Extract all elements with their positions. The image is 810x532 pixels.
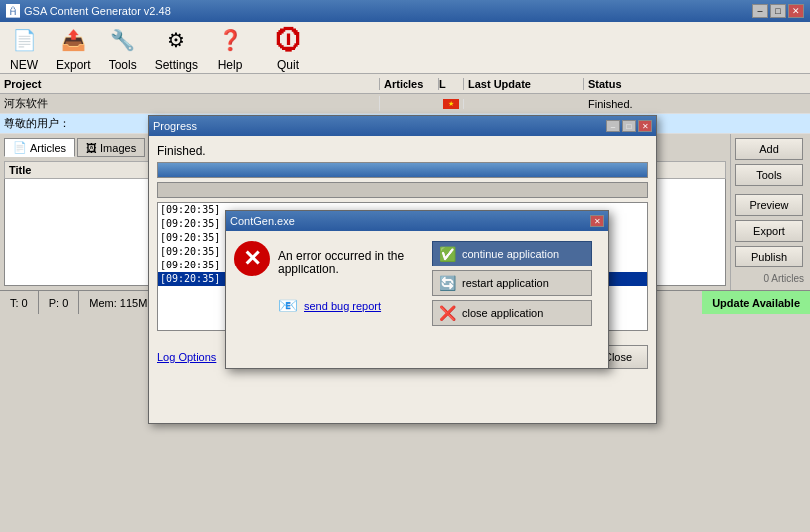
close-app-icon: ❌ <box>439 305 456 321</box>
progress-minimize-button[interactable]: – <box>606 120 620 132</box>
progress-dialog-controls: – □ ✕ <box>606 120 652 132</box>
error-icon: ✕ <box>234 241 270 276</box>
dialog-overlay: Progress – □ ✕ Finished. [09:20:35] ... … <box>0 0 810 532</box>
continue-icon: ✅ <box>439 246 456 262</box>
error-x-symbol: ✕ <box>243 246 261 271</box>
send-bug-label: send bug report <box>304 300 381 312</box>
progress-bar-container-2 <box>157 182 648 198</box>
restart-label: restart application <box>462 277 549 289</box>
restart-application-button[interactable]: 🔄 restart application <box>432 270 592 296</box>
close-app-label: close application <box>462 307 543 319</box>
send-bug-icon: 📧 <box>278 296 298 315</box>
restart-icon: 🔄 <box>439 275 456 291</box>
progress-bar-container <box>157 162 648 178</box>
progress-maximize-button[interactable]: □ <box>622 120 636 132</box>
error-dialog-body: ✕ An error occurred in the application. … <box>226 231 608 330</box>
error-dialog-title: ContGen.exe <box>230 215 295 227</box>
progress-dialog-title-bar: Progress – □ ✕ <box>149 116 656 136</box>
send-bug-container[interactable]: 📧 send bug report <box>278 296 432 315</box>
close-application-button[interactable]: ❌ close application <box>432 300 592 326</box>
continue-application-button[interactable]: ✅ continue application <box>432 241 592 266</box>
log-options-link[interactable]: Log Options <box>157 351 216 363</box>
error-actions: ✅ continue application 🔄 restart applica… <box>432 241 600 326</box>
continue-label: continue application <box>462 248 559 260</box>
error-dialog-title-bar: ContGen.exe ✕ <box>226 211 608 231</box>
error-dialog: ContGen.exe ✕ ✕ An error occurred in the… <box>225 210 609 369</box>
progress-status-text: Finished. <box>157 144 648 158</box>
progress-dialog-title: Progress <box>153 120 197 132</box>
error-left: ✕ An error occurred in the application. … <box>234 241 432 326</box>
error-content: An error occurred in the application. 📧 … <box>278 241 432 315</box>
progress-close-button[interactable]: ✕ <box>638 120 652 132</box>
progress-bar-fill <box>158 163 647 177</box>
error-close-button[interactable]: ✕ <box>590 215 604 227</box>
error-message: An error occurred in the application. <box>278 241 432 276</box>
